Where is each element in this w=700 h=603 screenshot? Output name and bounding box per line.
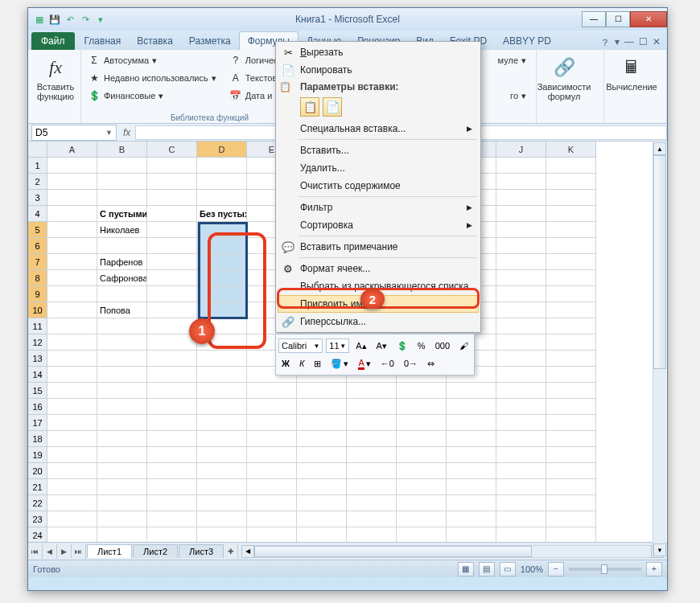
row-header[interactable]: 3	[28, 190, 47, 206]
doc-minimize-icon[interactable]: —	[624, 36, 634, 50]
cell[interactable]	[297, 527, 347, 542]
cell[interactable]	[546, 479, 596, 495]
cell[interactable]	[197, 158, 247, 174]
cell[interactable]	[47, 286, 97, 302]
cell[interactable]	[147, 158, 197, 174]
ctx-insert-comment[interactable]: 💬Вставить примечание	[278, 238, 479, 256]
cell[interactable]	[147, 431, 197, 447]
row-header[interactable]: 1	[28, 158, 47, 174]
help-dropdown-icon[interactable]: ▾	[615, 36, 620, 50]
cell[interactable]	[447, 511, 496, 527]
trace-formula-fragment[interactable]: муле ▾	[495, 51, 529, 69]
cell[interactable]	[347, 479, 397, 495]
cell[interactable]	[147, 206, 197, 222]
cell[interactable]	[546, 399, 596, 415]
cell[interactable]	[197, 238, 247, 254]
cell[interactable]	[197, 286, 247, 302]
cell[interactable]	[447, 431, 496, 447]
cell[interactable]	[447, 495, 496, 511]
cell[interactable]	[197, 431, 247, 447]
cell[interactable]	[147, 495, 197, 511]
mini-currency[interactable]: 💲	[393, 338, 411, 354]
cell[interactable]	[496, 318, 546, 334]
cell[interactable]	[496, 495, 546, 511]
mini-grow-font[interactable]: A▴	[352, 338, 369, 354]
mini-fill-color[interactable]: 🪣▾	[327, 355, 352, 371]
vscroll-thumb[interactable]	[653, 155, 666, 369]
cell[interactable]	[47, 527, 97, 542]
view-layout-button[interactable]: ▤	[479, 562, 495, 576]
cell[interactable]	[247, 399, 297, 415]
mini-font-color[interactable]: A▾	[355, 355, 373, 371]
financial-button[interactable]: 💲Финансовые ▾	[84, 87, 220, 105]
cell[interactable]	[496, 334, 546, 351]
horizontal-scrollbar[interactable]: ◀ ▶	[241, 545, 664, 558]
name-box-dropdown-icon[interactable]: ▼	[105, 129, 113, 137]
cell[interactable]	[247, 383, 297, 399]
cell[interactable]	[247, 527, 297, 542]
cell[interactable]	[147, 222, 197, 238]
cell[interactable]	[247, 431, 297, 447]
mini-percent[interactable]: %	[414, 338, 429, 354]
cell[interactable]	[496, 447, 546, 463]
cell[interactable]	[147, 302, 197, 318]
cell[interactable]	[197, 495, 247, 511]
row-header[interactable]: 2	[28, 174, 47, 190]
cell[interactable]	[447, 463, 496, 479]
ctx-sort[interactable]: Сортировка▶	[278, 216, 479, 234]
cell[interactable]	[47, 383, 97, 399]
row-header[interactable]: 13	[28, 351, 47, 367]
paste-option-1[interactable]: 📋	[300, 97, 319, 117]
row-header[interactable]: 12	[28, 334, 47, 351]
cell[interactable]	[197, 399, 247, 415]
zoom-out-button[interactable]: −	[548, 562, 564, 576]
cell[interactable]	[197, 479, 247, 495]
cell[interactable]: С пустыми	[97, 206, 147, 222]
zoom-thumb[interactable]	[601, 564, 607, 574]
cell[interactable]	[97, 463, 147, 479]
cell[interactable]	[546, 254, 596, 270]
hscroll-thumb[interactable]	[254, 546, 532, 557]
cell[interactable]	[496, 431, 546, 447]
sheet-tab[interactable]: Лист1	[87, 544, 132, 558]
cell[interactable]	[247, 511, 297, 527]
cell[interactable]	[447, 415, 496, 431]
cell[interactable]	[47, 367, 97, 383]
cell[interactable]: Парфенов	[97, 254, 147, 270]
cell[interactable]	[397, 447, 447, 463]
cell[interactable]	[397, 479, 447, 495]
cell[interactable]	[247, 479, 297, 495]
recent-functions-button[interactable]: ★Недавно использовались ▾	[84, 69, 220, 87]
cell[interactable]	[546, 158, 596, 174]
cell[interactable]	[397, 463, 447, 479]
cell[interactable]	[147, 447, 197, 463]
mini-border[interactable]: ⊞	[311, 355, 324, 371]
cell[interactable]	[197, 174, 247, 190]
cell[interactable]	[97, 399, 147, 415]
cell[interactable]	[47, 158, 97, 174]
name-box[interactable]: D5 ▼	[31, 125, 117, 141]
trace-other-fragment[interactable]: го ▾	[507, 87, 529, 105]
cell[interactable]	[496, 270, 546, 286]
cell[interactable]	[347, 495, 397, 511]
cell[interactable]	[546, 318, 596, 334]
cell[interactable]	[496, 399, 546, 415]
file-tab[interactable]: Файл	[31, 32, 75, 50]
sheet-nav-prev[interactable]: ◀	[43, 544, 57, 559]
cell[interactable]	[297, 511, 347, 527]
cell[interactable]	[546, 511, 596, 527]
cell[interactable]	[47, 238, 97, 254]
cell[interactable]	[347, 463, 397, 479]
cell[interactable]	[397, 495, 447, 511]
cell[interactable]	[496, 238, 546, 254]
cell[interactable]	[247, 447, 297, 463]
ctx-delete[interactable]: Удалить...	[278, 159, 479, 177]
tab-abbyy[interactable]: ABBYY PD	[495, 32, 559, 50]
cell[interactable]	[97, 351, 147, 367]
cell[interactable]	[197, 447, 247, 463]
cell[interactable]	[397, 511, 447, 527]
cell[interactable]	[496, 367, 546, 383]
cell[interactable]	[496, 190, 546, 206]
cell[interactable]	[447, 527, 496, 542]
cell[interactable]	[97, 174, 147, 190]
